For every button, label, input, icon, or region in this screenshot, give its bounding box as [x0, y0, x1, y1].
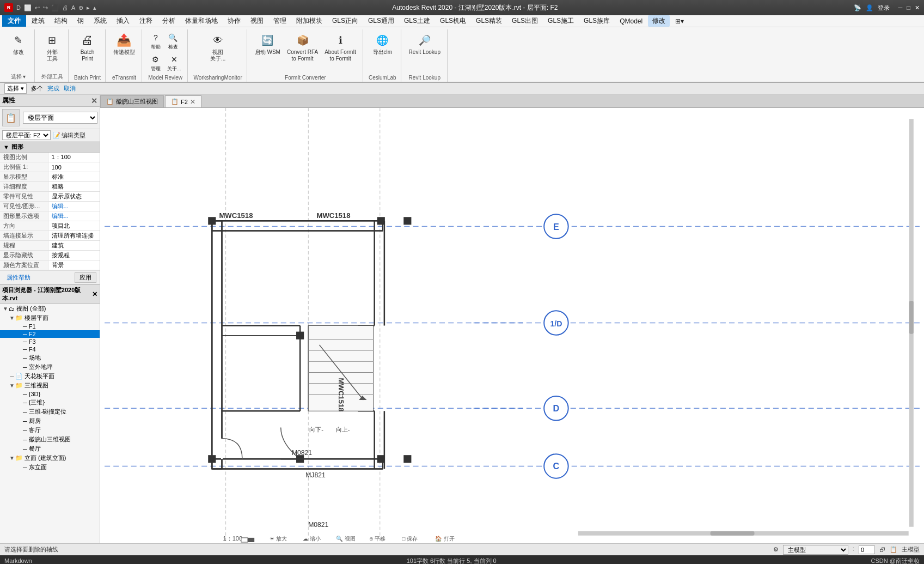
- manage-button[interactable]: ⚙ 管理: [148, 52, 164, 74]
- tree-node-views[interactable]: ▼ 🗂 视图 (全部): [0, 304, 100, 313]
- ribbon-group-revit-lookup: 🔎 Revit Lookup Revit Lookup: [402, 29, 448, 82]
- tree-node-huiwan[interactable]: ─ 徽皖山三维视图: [0, 435, 100, 444]
- svg-rect-61: [296, 332, 304, 339]
- wsm-button[interactable]: 🔄 启动 WSM: [253, 31, 283, 57]
- tab-huiwan[interactable]: 📋 徽皖山三维视图: [100, 95, 164, 107]
- prop-row-orientation: 方向 项目北: [0, 221, 100, 231]
- prop-row-scale: 视图比例 1：100: [0, 153, 100, 162]
- menu-gls-common[interactable]: GLS通用: [364, 15, 399, 27]
- apply-button[interactable]: 应用: [75, 272, 96, 283]
- tree-node-f2[interactable]: ─ F2: [0, 330, 100, 338]
- menu-gls-decoration[interactable]: GLS精装: [472, 15, 506, 27]
- svg-text:☀ 放大: ☀ 放大: [270, 536, 287, 542]
- cancel-button[interactable]: 取消: [64, 84, 76, 93]
- menu-manage[interactable]: 管理: [269, 15, 291, 27]
- ribbon-group-batch-buttons: 🖨 BatchPrint: [76, 31, 98, 74]
- menu-qmodel[interactable]: QModel: [615, 16, 647, 26]
- tab-f2[interactable]: 📋 F2 ✕: [165, 95, 201, 107]
- menu-collaborate[interactable]: 协作: [223, 15, 245, 27]
- manage-icon: ⚙: [150, 53, 162, 65]
- modify-icon: ✎: [10, 32, 27, 49]
- prop-help-link[interactable]: 属性帮助: [3, 272, 34, 283]
- browser-close-button[interactable]: ✕: [92, 290, 97, 298]
- tree-node-east-elev[interactable]: ─ 东立面: [0, 463, 100, 472]
- tree-node-elevations[interactable]: ▼ 📁 立面 (建筑立面): [0, 453, 100, 463]
- workset-icon: ⚙: [773, 546, 779, 553]
- menu-structure[interactable]: 结构: [50, 15, 72, 27]
- prop-type-select[interactable]: 楼层平面: [23, 112, 97, 124]
- menu-gls-drawing[interactable]: GLS出图: [507, 15, 542, 27]
- tree-node-ceiling[interactable]: ─ 📄 天花板平面: [0, 372, 100, 381]
- svg-text:□ 保存: □ 保存: [402, 536, 418, 542]
- tree-node-f1[interactable]: ─ F1: [0, 323, 100, 330]
- select-dropdown[interactable]: 选择 ▾: [4, 83, 27, 94]
- view-tabs: 📋 徽皖山三维视图 📋 F2 ✕: [100, 95, 924, 108]
- tree-node-3d-cn[interactable]: ─ {三维}: [0, 398, 100, 407]
- prop-view-select[interactable]: 楼层平面: F2: [2, 130, 51, 140]
- ribbon-group-cesium: 🌐 导出clm CesiumLab: [364, 29, 401, 82]
- properties-close-button[interactable]: ✕: [91, 96, 97, 105]
- tree-node-dining[interactable]: ─ 餐厅: [0, 444, 100, 453]
- revit-lookup-group-label: Revit Lookup: [407, 75, 443, 82]
- menu-insert[interactable]: 插入: [112, 15, 134, 27]
- help-button[interactable]: ? 帮助: [148, 31, 164, 52]
- menu-annotate[interactable]: 注释: [135, 15, 157, 27]
- menu-steel[interactable]: 钢: [73, 15, 88, 27]
- tree-expand-floor: ▼: [9, 315, 15, 321]
- revit-logo-icon: R: [4, 3, 13, 12]
- workset-select[interactable]: 主模型: [783, 545, 848, 555]
- ribbon-group-worksharing: 👁 视图关于... WorksharingMonitor: [189, 29, 247, 82]
- graphics-section-header[interactable]: ▼ 图形: [0, 142, 100, 153]
- batch-group-label: Batch Print: [74, 75, 101, 82]
- close-button[interactable]: ✕: [915, 4, 920, 11]
- revit-lookup-button[interactable]: 🔎 Revit Lookup: [407, 31, 443, 57]
- menu-gls-mep[interactable]: GLS机电: [436, 15, 470, 27]
- etransmit-button[interactable]: 📤 传递模型: [111, 31, 137, 57]
- menu-modify[interactable]: 修改: [648, 15, 670, 27]
- modify-button[interactable]: ✎ 修改: [8, 31, 29, 57]
- tree-node-site[interactable]: ─ 场地: [0, 353, 100, 362]
- menu-view[interactable]: 视图: [246, 15, 268, 27]
- formit-group-label: FormIt Converter: [253, 75, 358, 82]
- minimize-button[interactable]: ─: [898, 4, 903, 11]
- menu-massing[interactable]: 体量和场地: [181, 15, 222, 27]
- about-formit-button[interactable]: ℹ About FormItto Formlt: [322, 31, 358, 63]
- maximize-button[interactable]: □: [907, 4, 910, 11]
- menu-addins[interactable]: 附加模块: [292, 15, 327, 27]
- tree-node-f3[interactable]: ─ F3: [0, 338, 100, 345]
- worksharing-view-button[interactable]: 👁 视图关于...: [207, 31, 229, 63]
- menu-gls-family[interactable]: GLS族库: [579, 15, 614, 27]
- cesium-export-button[interactable]: 🌐 导出clm: [371, 31, 395, 57]
- menu-gls-forward[interactable]: GLS正向: [328, 15, 363, 27]
- edit-type-button[interactable]: 📝 编辑类型: [53, 131, 85, 140]
- svg-rect-60: [296, 455, 304, 463]
- convert-rfa-button[interactable]: 📦 Convert RFAto FormIt: [285, 31, 320, 63]
- editor-label: Markdown: [4, 557, 32, 564]
- tree-node-floor-plans[interactable]: ▼ 📁 楼层平面: [0, 313, 100, 323]
- menu-gls-civil[interactable]: GLS土建: [400, 15, 435, 27]
- menu-analyze[interactable]: 分析: [158, 15, 180, 27]
- check-button[interactable]: 🔍 检查: [165, 31, 181, 52]
- value-field[interactable]: [859, 545, 875, 554]
- tree-node-3d-collision[interactable]: ─ 三维-碰撞定位: [0, 407, 100, 416]
- tree-node-living[interactable]: ─ 客厅: [0, 426, 100, 435]
- menu-extend[interactable]: ⊞▾: [671, 16, 688, 26]
- menu-gls-construction[interactable]: GLS施工: [543, 15, 578, 27]
- login-button[interactable]: 登录: [878, 4, 890, 12]
- tree-node-3d[interactable]: ─ {3D}: [0, 390, 100, 398]
- status-bar: 请选择要删除的轴线 ⚙ 主模型 ∶ 🗗 📋 主模型: [0, 543, 924, 555]
- tree-node-f4[interactable]: ─ F4: [0, 345, 100, 353]
- about-button[interactable]: ✕ 关于...: [165, 52, 183, 74]
- menu-systems[interactable]: 系统: [89, 15, 111, 27]
- menu-file[interactable]: 文件: [2, 15, 26, 27]
- tree-node-kitchen[interactable]: ─ 厨房: [0, 416, 100, 426]
- tree-node-3d-views[interactable]: ▼ 📁 三维视图: [0, 381, 100, 390]
- tree-node-outdoor[interactable]: ─ 室外地坪: [0, 362, 100, 372]
- external-tools-button[interactable]: ⊞ 外部工具: [41, 31, 63, 63]
- batch-print-button[interactable]: 🖨 BatchPrint: [76, 31, 98, 63]
- stats-label: 101字数 6行数 当前行 5, 当前列 0: [407, 557, 497, 565]
- done-button[interactable]: 完成: [47, 84, 59, 93]
- menu-architecture[interactable]: 建筑: [27, 15, 49, 27]
- drawing-canvas[interactable]: E 1/D D C: [100, 108, 924, 543]
- tab-f2-close[interactable]: ✕: [190, 98, 195, 106]
